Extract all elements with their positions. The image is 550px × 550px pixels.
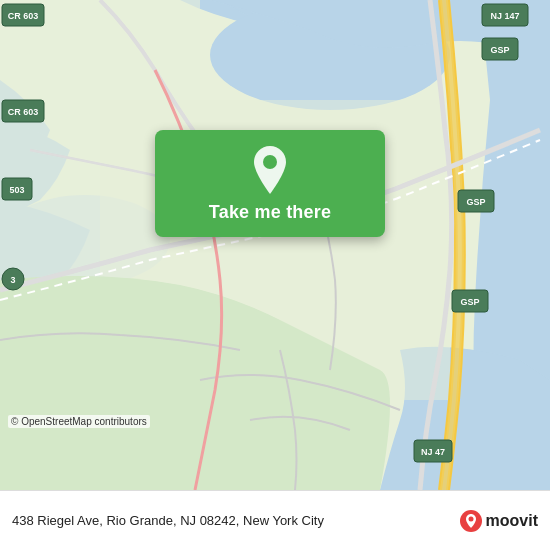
map-container: CR 603 CR 603 503 3 3 NJ 147 GSP GSP GSP…	[0, 0, 550, 490]
take-me-there-button[interactable]: Take me there	[209, 202, 331, 223]
moovit-pin-icon	[460, 510, 482, 532]
moovit-text: moovit	[486, 512, 538, 530]
svg-text:3: 3	[10, 275, 15, 285]
svg-text:NJ 47: NJ 47	[421, 447, 445, 457]
location-pin-icon	[250, 146, 290, 194]
svg-text:GSP: GSP	[466, 197, 485, 207]
svg-text:503: 503	[9, 185, 24, 195]
action-card: Take me there	[155, 130, 385, 237]
address-text: 438 Riegel Ave, Rio Grande, NJ 08242, Ne…	[12, 513, 460, 528]
svg-text:GSP: GSP	[490, 45, 509, 55]
svg-text:CR 603: CR 603	[8, 107, 39, 117]
svg-point-28	[468, 516, 473, 521]
moovit-logo: moovit	[460, 510, 538, 532]
bottom-bar: 438 Riegel Ave, Rio Grande, NJ 08242, Ne…	[0, 490, 550, 550]
svg-point-26	[263, 155, 277, 169]
osm-credit: © OpenStreetMap contributors	[8, 415, 150, 428]
svg-text:CR 603: CR 603	[8, 11, 39, 21]
svg-text:NJ 147: NJ 147	[490, 11, 519, 21]
svg-text:GSP: GSP	[460, 297, 479, 307]
